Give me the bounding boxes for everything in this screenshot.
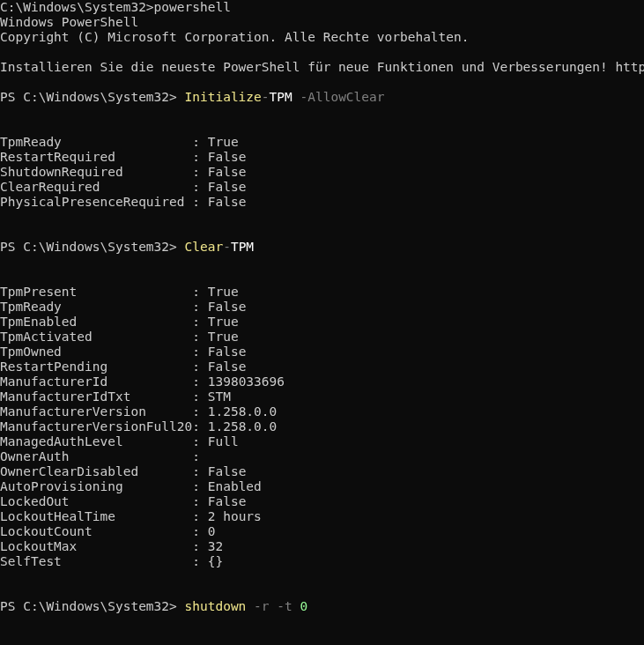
kv-sep: :	[192, 464, 207, 478]
kv-sep: :	[192, 539, 207, 553]
cmd3-name: shutdown	[185, 599, 247, 613]
kv-key: LockoutCount	[0, 524, 192, 538]
prompt-1: PS C:\Windows\System32>	[0, 90, 185, 104]
copyright-line: Copyright (C) Microsoft Corporation. All…	[0, 30, 470, 44]
kv-key: ManufacturerVersionFull20	[0, 419, 192, 434]
kv-key: ManufacturerVersion	[0, 404, 192, 419]
kv-val: STM	[208, 389, 231, 404]
kv-val: False	[208, 360, 247, 374]
cmd3-num: 0	[300, 599, 307, 613]
kv-val: 1.258.0.0	[208, 404, 278, 419]
path-line: C:\Windows\System32>powershell	[0, 0, 231, 14]
kv-key: TpmReady	[0, 300, 192, 314]
kv-key: LockoutHealTime	[0, 509, 192, 523]
kv-sep: :	[192, 434, 207, 449]
kv-key: TpmActivated	[0, 330, 192, 344]
kv-val: False	[208, 494, 247, 508]
kv-sep: :	[192, 195, 207, 209]
kv-val: 1.258.0.0	[208, 419, 278, 434]
prompt-2: PS C:\Windows\System32>	[0, 240, 185, 254]
kv-key: OwnerAuth	[0, 449, 192, 463]
kv-sep: :	[192, 374, 207, 389]
kv-key: ShutdownRequired	[0, 165, 192, 179]
cmd2-arg: TPM	[231, 240, 254, 254]
kv-key: TpmOwned	[0, 345, 192, 359]
cmd1-arg: TPM	[270, 90, 292, 104]
cmd1-name: Initialize	[185, 90, 262, 104]
kv-val: 32	[208, 539, 223, 553]
cmd1-dash: -	[262, 90, 270, 104]
kv-sep: :	[192, 449, 207, 463]
ps-title: Windows PowerShell	[0, 15, 138, 29]
kv-sep: :	[192, 285, 207, 299]
kv-sep: :	[192, 404, 207, 419]
kv-val: Enabled	[208, 479, 262, 493]
kv-key: TpmReady	[0, 135, 192, 149]
kv-key: ClearRequired	[0, 180, 192, 194]
cmd2-name: Clear	[185, 240, 224, 254]
kv-key: ManufacturerIdTxt	[0, 389, 192, 404]
kv-key: PhysicalPresenceRequired	[0, 195, 192, 209]
kv-key: LockedOut	[0, 494, 192, 508]
kv-sep: :	[192, 345, 207, 359]
kv-val: False	[208, 150, 247, 164]
kv-key: TpmEnabled	[0, 315, 192, 329]
kv-key: LockoutMax	[0, 539, 192, 553]
kv-key: SelfTest	[0, 554, 192, 568]
terminal-output[interactable]: C:\Windows\System32>powershell Windows P…	[0, 0, 644, 614]
kv-key: RestartRequired	[0, 150, 192, 164]
kv-val: False	[208, 345, 247, 359]
kv-sep: :	[192, 524, 207, 538]
kv-key: ManagedAuthLevel	[0, 434, 192, 449]
kv-val: Full	[208, 434, 239, 449]
kv-sep: :	[192, 494, 207, 508]
kv-val: True	[208, 285, 239, 299]
kv-sep: :	[192, 150, 207, 164]
kv-val: False	[208, 300, 247, 314]
kv-sep: :	[192, 300, 207, 314]
kv-val: False	[208, 165, 247, 179]
cmd2-dash: -	[223, 240, 231, 254]
kv-val: 2 hours	[208, 509, 262, 523]
kv-key: TpmPresent	[0, 285, 192, 299]
kv-val: True	[208, 135, 239, 149]
kv-sep: :	[192, 419, 207, 434]
kv-sep: :	[192, 554, 207, 568]
kv-val: True	[208, 330, 239, 344]
kv-val: {}	[208, 554, 223, 568]
kv-val: False	[208, 180, 247, 194]
kv-sep: :	[192, 330, 207, 344]
cmd1-param: -AllowClear	[292, 90, 385, 104]
kv-sep: :	[192, 315, 207, 329]
kv-val: False	[208, 195, 247, 209]
kv-sep: :	[192, 479, 207, 493]
cmd3-flags: -r -t	[246, 599, 300, 613]
kv-sep: :	[192, 180, 207, 194]
kv-val: 0	[208, 524, 216, 538]
kv-sep: :	[192, 509, 207, 523]
kv-val: True	[208, 315, 239, 329]
kv-val: False	[208, 464, 247, 478]
kv-key: OwnerClearDisabled	[0, 464, 192, 478]
kv-sep: :	[192, 135, 207, 149]
prompt-3: PS C:\Windows\System32>	[0, 599, 185, 613]
kv-key: AutoProvisioning	[0, 479, 192, 493]
kv-val: 1398033696	[208, 374, 285, 389]
kv-sep: :	[192, 360, 207, 374]
kv-sep: :	[192, 165, 207, 179]
kv-key: ManufacturerId	[0, 374, 192, 389]
install-msg: Installieren Sie die neueste PowerShell …	[0, 60, 644, 74]
kv-key: RestartPending	[0, 360, 192, 374]
kv-sep: :	[192, 389, 207, 404]
